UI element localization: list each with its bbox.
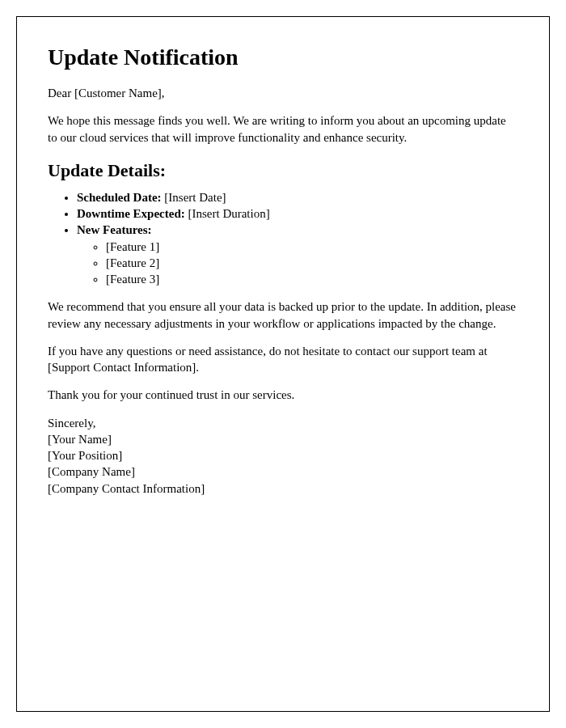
page-title: Update Notification [48,44,518,70]
signature-name: [Your Name] [48,431,518,447]
signature-block: Sincerely, [Your Name] [Your Position] [… [48,415,518,497]
signature-closing: Sincerely, [48,415,518,431]
feature-item: [Feature 3] [106,271,518,287]
greeting: Dear [Customer Name], [48,85,518,101]
detail-features: New Features: [Feature 1] [Feature 2] [F… [77,222,518,287]
feature-item: [Feature 2] [106,255,518,271]
signature-position: [Your Position] [48,447,518,463]
support-paragraph: If you have any questions or need assist… [48,343,518,376]
detail-downtime-value: [Insert Duration] [185,207,270,220]
detail-scheduled-value: [Insert Date] [162,191,226,204]
detail-downtime: Downtime Expected: [Insert Duration] [77,205,518,222]
document-page: Update Notification Dear [Customer Name]… [16,16,550,712]
thanks-paragraph: Thank you for your continued trust in ou… [48,387,518,403]
recommend-paragraph: We recommend that you ensure all your da… [48,298,518,332]
details-list: Scheduled Date: [Insert Date] Downtime E… [48,189,518,288]
detail-scheduled-label: Scheduled Date: [77,191,162,204]
features-sublist: [Feature 1] [Feature 2] [Feature 3] [77,239,518,288]
detail-features-label: New Features: [77,223,152,236]
signature-company: [Company Name] [48,463,518,480]
feature-item: [Feature 1] [106,239,518,255]
details-heading: Update Details: [48,160,518,181]
detail-downtime-label: Downtime Expected: [77,207,185,220]
signature-contact: [Company Contact Information] [48,480,518,497]
intro-paragraph: We hope this message finds you well. We … [48,112,518,146]
detail-scheduled: Scheduled Date: [Insert Date] [77,189,518,205]
